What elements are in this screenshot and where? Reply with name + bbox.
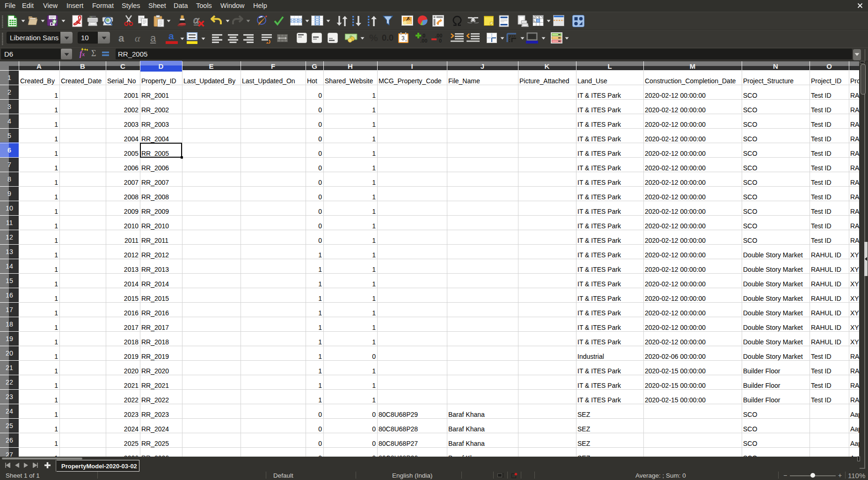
- svg-text:.00: .00: [420, 38, 427, 43]
- svg-text:α: α: [193, 15, 199, 26]
- svg-text:3: 3: [401, 35, 405, 42]
- svg-text:0: 0: [439, 38, 442, 43]
